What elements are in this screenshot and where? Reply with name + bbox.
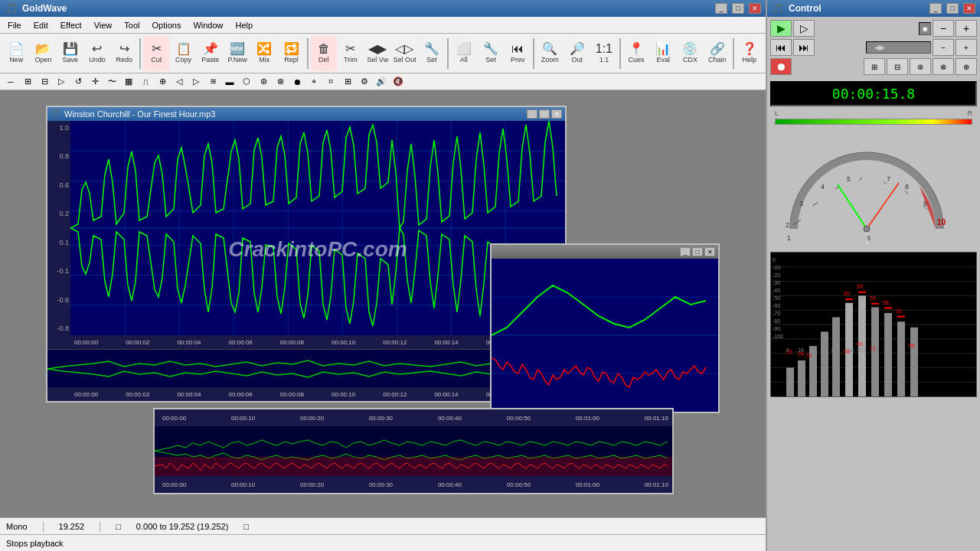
menu-options[interactable]: Options xyxy=(145,19,187,31)
tb2-fx2-btn[interactable]: ⊗ xyxy=(273,75,288,89)
ctrl-btn-3[interactable]: ⊛ xyxy=(910,58,931,75)
menu-file[interactable]: File xyxy=(2,19,28,31)
prev-button[interactable]: ⏮ Prev xyxy=(505,36,531,71)
vu-meter-container: 2 3 4 5 6 7 8 9 xyxy=(767,126,980,249)
pan-plus-btn[interactable]: + xyxy=(956,39,977,56)
set2-button[interactable]: 🔧 Set xyxy=(478,36,504,71)
svg-text:55: 55 xyxy=(896,308,902,314)
minimize-button[interactable]: _ xyxy=(715,3,727,14)
second-waveform-content[interactable] xyxy=(492,259,718,412)
vol-minus-btn[interactable]: − xyxy=(933,20,954,37)
menu-edit[interactable]: Edit xyxy=(28,19,54,31)
menu-view[interactable]: View xyxy=(88,19,119,31)
set2-label: Set xyxy=(485,56,496,64)
svg-text:96: 96 xyxy=(909,343,915,348)
thumbnail-area[interactable] xyxy=(47,349,565,387)
repl-button[interactable]: 🔁 Repl xyxy=(278,36,304,71)
all-button[interactable]: ⬜ All xyxy=(451,36,477,71)
menu-tool[interactable]: Tool xyxy=(118,19,145,31)
play-button[interactable]: ▶ xyxy=(770,20,792,37)
cdx-button[interactable]: 💿 CDX xyxy=(677,36,703,71)
mix-button[interactable]: 🔀 Mix xyxy=(251,36,277,71)
mixer-wave-area[interactable] xyxy=(155,426,672,476)
fastfwd-button[interactable]: ⏭ xyxy=(793,39,815,56)
pan-slider[interactable]: ◀▶ xyxy=(866,41,931,54)
tb2-lt-btn[interactable]: ◁ xyxy=(172,75,187,89)
tb2-fx1-btn[interactable]: ⊛ xyxy=(256,75,271,89)
ctrl-btn-4[interactable]: ⊗ xyxy=(933,58,954,75)
selw-button[interactable]: ◀▶ Sel Vw xyxy=(364,36,390,71)
set-button[interactable]: 🔧 Set xyxy=(419,36,445,71)
tb2-split-btn[interactable]: ⊟ xyxy=(37,75,52,89)
record-button[interactable]: ⏺ xyxy=(770,58,792,75)
ctrl-btn-1[interactable]: ⊞ xyxy=(864,58,885,75)
tb2-vol-btn[interactable]: 🔊 xyxy=(374,75,389,89)
selout-button[interactable]: ◁▷ Sel Out xyxy=(391,36,417,71)
new-button[interactable]: 📄 New xyxy=(3,36,29,71)
tb2-env-btn[interactable]: ⎍ xyxy=(138,75,153,89)
rewind-button[interactable]: ⏮ xyxy=(770,39,792,56)
close-button[interactable]: ✕ xyxy=(749,3,761,14)
tb2-cursor-btn[interactable]: ✛ xyxy=(87,75,103,89)
zoomin-button[interactable]: 🔍 Zoom xyxy=(537,36,563,71)
svg-text:0: 0 xyxy=(773,257,776,262)
undo-button[interactable]: ↩ Undo xyxy=(84,36,110,71)
pan-minus-btn[interactable]: − xyxy=(933,39,954,56)
copy-button[interactable]: 📋 Copy xyxy=(170,36,196,71)
tb2-rt-btn[interactable]: ▷ xyxy=(188,75,204,89)
status-selection: 0.000 to 19.252 (19.252) xyxy=(136,522,228,531)
tb2-bar-btn[interactable]: ▦ xyxy=(121,75,136,89)
tb2-rec-btn[interactable]: ⏺ xyxy=(289,75,305,89)
vu-meter-svg: 2 3 4 5 6 7 8 9 xyxy=(770,129,963,244)
tb2-mark-btn[interactable]: ▷ xyxy=(54,75,69,89)
waveform-content[interactable]: 1.0 0.8 0.6 0.2 0.1 -0.1 -0.6 -0.8 xyxy=(47,121,565,335)
zoom11-button[interactable]: 1:1 1:1 xyxy=(591,36,617,71)
ctrl-btn-2[interactable]: ⊟ xyxy=(887,58,908,75)
ctrl-close-btn[interactable]: ✕ xyxy=(963,3,975,14)
tb2-loop-btn[interactable]: ↺ xyxy=(70,75,86,89)
pnew-button[interactable]: 🆕 P.New xyxy=(224,36,250,71)
save-button[interactable]: 💾 Save xyxy=(57,36,83,71)
y-label-n01: -0.1 xyxy=(57,267,69,275)
tb2-zoom-btn[interactable]: ─ xyxy=(3,75,18,89)
play-sel-button[interactable]: ▷ xyxy=(793,20,815,37)
paste-button[interactable]: 📌 Paste xyxy=(198,36,224,71)
eval-button[interactable]: 📊 Eval xyxy=(650,36,676,71)
tb2-3d-btn[interactable]: ⬡ xyxy=(239,75,254,89)
help-button[interactable]: ❓ Help xyxy=(737,36,763,71)
tb2-spec-btn[interactable]: ≋ xyxy=(205,75,220,89)
redo-button[interactable]: ↪ Redo xyxy=(111,36,137,71)
second-waveform-window: _ □ ✕ xyxy=(490,243,720,413)
menu-window[interactable]: Window xyxy=(187,19,229,31)
cut-button[interactable]: ✂ Cut xyxy=(143,36,169,71)
tb2-cfg-btn[interactable]: ⚙ xyxy=(357,75,372,89)
wave-maximize-button[interactable]: □ xyxy=(539,109,550,119)
vol-plus-btn[interactable]: + xyxy=(956,20,977,37)
chain-button[interactable]: 🔗 Chain xyxy=(704,36,730,71)
tb2-sel-btn[interactable]: ⊞ xyxy=(20,75,35,89)
wave-minimize-button[interactable]: _ xyxy=(527,109,537,119)
menu-help[interactable]: Help xyxy=(230,19,260,31)
tb2-mix-btn[interactable]: ⊕ xyxy=(155,75,170,89)
wave2-minimize-btn[interactable]: _ xyxy=(680,247,691,256)
maximize-button[interactable]: □ xyxy=(732,3,744,14)
tb2-snap-btn[interactable]: ⌗ xyxy=(323,75,338,89)
zoomout-button[interactable]: 🔎 Out xyxy=(564,36,590,71)
open-button[interactable]: 📂 Open xyxy=(30,36,56,71)
del-button[interactable]: 🗑 Del xyxy=(311,36,337,71)
wave2-close-btn[interactable]: ✕ xyxy=(704,247,715,256)
trim-button[interactable]: ✂ Trim xyxy=(338,36,364,71)
tb2-scrb-btn[interactable]: ⌖ xyxy=(306,75,322,89)
tb2-grid-btn[interactable]: ⊞ xyxy=(340,75,355,89)
tb2-wave-btn[interactable]: 〜 xyxy=(104,75,119,89)
ctrl-btn-5[interactable]: ⊕ xyxy=(956,58,977,75)
cues-button[interactable]: 📍 Cues xyxy=(623,36,649,71)
wave2-maximize-btn[interactable]: □ xyxy=(692,247,703,256)
ctrl-minimize-btn[interactable]: _ xyxy=(929,3,942,14)
tb2-mute-btn[interactable]: 🔇 xyxy=(390,75,406,89)
ctrl-maximize-btn[interactable]: □ xyxy=(946,3,959,14)
waveform-window: 🎵 Winston Churchill - Our Finest Hour.mp… xyxy=(46,106,567,403)
wave-close-button[interactable]: ✕ xyxy=(551,109,562,119)
menu-effect[interactable]: Effect xyxy=(54,19,88,31)
tb2-vub-btn[interactable]: ▬ xyxy=(222,75,237,89)
